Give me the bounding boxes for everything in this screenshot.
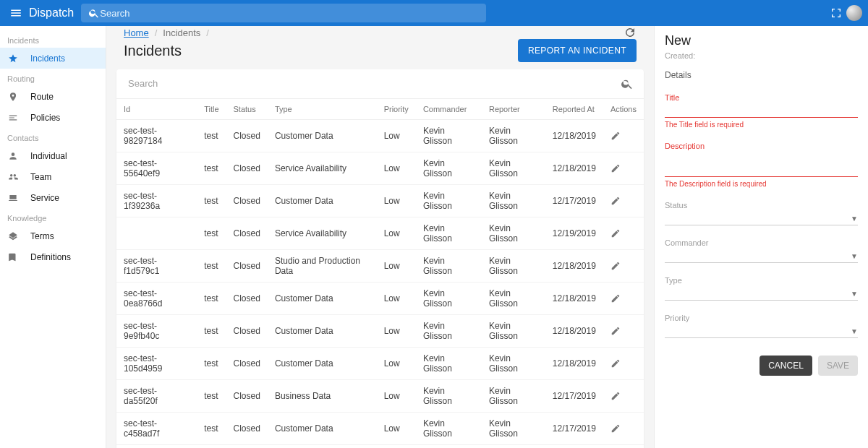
table-header[interactable]: Priority <box>377 99 416 120</box>
edit-button[interactable] <box>610 261 637 271</box>
table-cell: test <box>197 283 226 315</box>
table-header[interactable]: Type <box>268 99 377 120</box>
table-cell: Service Availability <box>268 152 377 185</box>
sidebar-item-team[interactable]: Team <box>0 166 106 187</box>
table-cell: Kevin Glisson <box>416 217 482 250</box>
table-header[interactable]: Actions <box>603 99 644 120</box>
sidebar-item-terms[interactable]: Terms <box>0 225 106 246</box>
star-icon <box>7 53 19 64</box>
title-input[interactable] <box>665 103 858 118</box>
table-cell: Low <box>377 315 416 348</box>
title-field: Title The Title field is required <box>665 93 858 129</box>
table-row[interactable]: testClosedService AvailabilityLowKevin G… <box>116 217 644 250</box>
table-row[interactable]: sec-test-0ea8766dtestClosedCustomer Data… <box>116 283 644 315</box>
breadcrumb-current: Incidents <box>163 27 200 38</box>
save-button[interactable]: SAVE <box>818 356 858 376</box>
table-header[interactable]: Status <box>226 99 268 120</box>
breadcrumb-sep: / <box>206 27 209 38</box>
table-row[interactable]: sec-test-c458ad7ftestClosedCustomer Data… <box>116 413 644 445</box>
table-header[interactable]: Reported At <box>545 99 603 120</box>
edit-button[interactable] <box>610 228 637 238</box>
table-cell: test <box>197 380 226 413</box>
table-row[interactable]: sec-test-9e9fb40ctestClosedCustomer Data… <box>116 315 644 348</box>
table-cell: Kevin Glisson <box>416 283 482 315</box>
priority-label: Priority <box>665 314 858 322</box>
sidebar-item-service[interactable]: Service <box>0 187 106 208</box>
table-row[interactable]: sec-test-55640ef9testClosedService Avail… <box>116 152 644 185</box>
table-row[interactable]: sec-test-98297184testClosedCustomer Data… <box>116 120 644 152</box>
global-search[interactable] <box>81 4 486 22</box>
table-cell: Closed <box>226 380 268 413</box>
table-row[interactable]: sec-test-f1d579c1testClosedStudio and Pr… <box>116 250 644 283</box>
cancel-button[interactable]: CANCEL <box>760 356 812 376</box>
sidebar-item-label: Service <box>30 193 59 203</box>
table-cell: Low <box>377 217 416 250</box>
sidebar-item-definitions[interactable]: Definitions <box>0 246 106 267</box>
edit-button[interactable] <box>610 326 637 336</box>
sidebar-item-incidents[interactable]: Incidents <box>0 48 106 69</box>
refresh-button[interactable] <box>624 26 637 39</box>
table-cell: Low <box>377 152 416 185</box>
menu-toggle[interactable] <box>6 3 26 23</box>
sidebar-item-policies[interactable]: Policies <box>0 107 106 128</box>
refresh-icon <box>624 26 637 39</box>
type-label: Type <box>665 276 858 285</box>
edit-button[interactable] <box>610 391 637 401</box>
table-row[interactable]: sec-test-1f39236atestClosedCustomer Data… <box>116 185 644 217</box>
hamburger-icon <box>9 7 22 20</box>
table-cell: Kevin Glisson <box>482 120 545 152</box>
table-row[interactable]: sec-test-105d4959testClosedCustomer Data… <box>116 348 644 380</box>
report-incident-button[interactable]: REPORT AN INCIDENT <box>518 39 637 62</box>
table-cell: Customer Data <box>268 120 377 152</box>
table-cell: Service Availability <box>268 217 377 250</box>
status-field[interactable]: Status ▼ <box>665 201 858 225</box>
global-search-input[interactable] <box>100 8 479 19</box>
table-cell: Kevin Glisson <box>416 413 482 445</box>
topbar: Dispatch <box>0 0 868 26</box>
edit-button[interactable] <box>610 163 637 173</box>
status-label: Status <box>665 201 858 210</box>
sidebar-item-individual[interactable]: Individual <box>0 145 106 166</box>
table-search-input[interactable] <box>127 74 621 94</box>
table-header[interactable]: Commander <box>416 99 482 120</box>
sidebar-item-label: Route <box>30 92 54 102</box>
sidebar-item-route[interactable]: Route <box>0 86 106 107</box>
table-header[interactable]: Reporter <box>482 99 545 120</box>
edit-button[interactable] <box>610 196 637 206</box>
table-cell: sec-test-0ea8766d <box>116 283 197 315</box>
table-header[interactable]: Id <box>116 99 197 120</box>
table-cell: Closed <box>226 120 268 152</box>
table-header[interactable]: Title <box>197 99 226 120</box>
table-cell: test <box>197 315 226 348</box>
description-input[interactable] <box>665 152 858 177</box>
description-field: Description The Description field is req… <box>665 142 858 188</box>
fullscreen-button[interactable] <box>826 3 846 23</box>
priority-field[interactable]: Priority ▼ <box>665 314 858 338</box>
edit-button[interactable] <box>610 293 637 303</box>
table-cell: sec-test-98297184 <box>116 120 197 152</box>
created-label: Created: <box>665 51 858 60</box>
type-field[interactable]: Type ▼ <box>665 276 858 301</box>
chevron-down-icon: ▼ <box>851 290 858 298</box>
group-icon <box>7 172 19 182</box>
edit-button[interactable] <box>610 423 637 434</box>
avatar[interactable] <box>846 5 862 21</box>
edit-button[interactable] <box>610 131 637 141</box>
table-cell: Customer Data <box>268 348 377 380</box>
type-select[interactable] <box>665 286 858 301</box>
commander-field[interactable]: Commander ▼ <box>665 238 858 263</box>
table-footer: Rows per page: 10 1-10 of 36 <box>116 445 644 448</box>
table-cell: Kevin Glisson <box>482 283 545 315</box>
priority-select[interactable] <box>665 324 858 338</box>
commander-select[interactable] <box>665 249 858 263</box>
table-cell: 12/18/2019 <box>545 120 603 152</box>
table-cell: Low <box>377 185 416 217</box>
status-select[interactable] <box>665 211 858 225</box>
table-cell: Kevin Glisson <box>416 380 482 413</box>
brand[interactable]: Dispatch <box>29 7 74 20</box>
table-cell: sec-test-1f39236a <box>116 185 197 217</box>
edit-button[interactable] <box>610 358 637 369</box>
table-row[interactable]: sec-test-da55f20ftestClosedBusiness Data… <box>116 380 644 413</box>
breadcrumb-home[interactable]: Home <box>124 27 149 38</box>
row-actions <box>603 120 644 152</box>
